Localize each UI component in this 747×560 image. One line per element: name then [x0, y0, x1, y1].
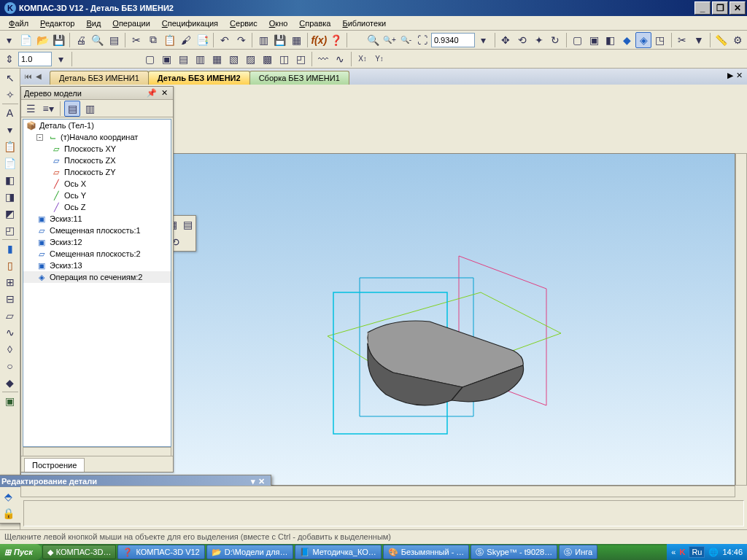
preview-icon[interactable]: 🔍: [90, 32, 106, 48]
tool3-icon[interactable]: ◩: [2, 206, 18, 222]
sketch2-icon[interactable]: ▣: [158, 51, 174, 67]
manager-icon[interactable]: ▥: [255, 32, 271, 48]
measure-icon[interactable]: 📏: [713, 32, 729, 48]
simplify-icon[interactable]: ▼: [691, 32, 707, 48]
clock[interactable]: 14:46: [722, 548, 743, 556]
tree-close-icon[interactable]: ✕: [159, 88, 170, 97]
vars-icon[interactable]: f(x): [311, 32, 327, 48]
tree-tb3-icon[interactable]: ▤: [64, 101, 80, 117]
brush-icon[interactable]: 🖌: [178, 32, 194, 48]
menu-libs[interactable]: Библиотеки: [337, 18, 392, 29]
tree-origin[interactable]: -⌙(т)Начало координат: [23, 131, 171, 143]
zoom-fit-icon[interactable]: ⛶: [414, 32, 430, 48]
sketch4-icon[interactable]: ▥: [192, 51, 208, 67]
select-icon[interactable]: ↖: [2, 70, 18, 86]
wireframe-icon[interactable]: ▢: [570, 32, 586, 48]
menu-spec[interactable]: Спецификация: [156, 18, 224, 29]
tree-loft[interactable]: ◈Операция по сечениям:2: [23, 271, 171, 283]
scale-input[interactable]: [431, 33, 475, 47]
doc-tab-2[interactable]: Деталь БЕЗ ИМЕНИ2: [148, 71, 250, 85]
new-doc-icon[interactable]: 📄: [18, 32, 34, 48]
sketch6-icon[interactable]: ▧: [225, 51, 241, 67]
doc-tab-1[interactable]: Деталь БЕЗ ИМЕНИ1: [50, 71, 149, 85]
task-inga[interactable]: ⓈИнга: [559, 545, 597, 559]
rotate-icon[interactable]: ⟲: [514, 32, 530, 48]
spline-icon[interactable]: ∿: [2, 324, 18, 341]
section-icon[interactable]: ✂: [675, 32, 691, 48]
sketch10-icon[interactable]: ◰: [293, 51, 309, 67]
coord-y-icon[interactable]: Y↕: [371, 51, 387, 67]
tree-sketch13[interactable]: ▣Эскиз:13: [23, 260, 171, 271]
tab-close-icon[interactable]: ✕: [736, 71, 743, 80]
sketch1-icon[interactable]: ▢: [142, 51, 158, 67]
snap-arrows-icon[interactable]: ⇕: [1, 51, 18, 67]
op-lock-icon[interactable]: 🔒: [0, 505, 16, 521]
task-word[interactable]: 📘Методичка_КО…: [295, 545, 382, 559]
sketch5-icon[interactable]: ▦: [209, 51, 225, 67]
tray-globe-icon[interactable]: 🌐: [708, 548, 719, 557]
tree-off2[interactable]: ▱Смещенная плоскость:2: [23, 248, 171, 260]
tree-tb4-icon[interactable]: ▥: [82, 101, 98, 117]
dropdown-icon[interactable]: ▾: [476, 32, 492, 48]
shaded-icon[interactable]: ◆: [619, 32, 635, 48]
axis2-icon[interactable]: ⊟: [2, 291, 18, 307]
restore-button[interactable]: ❐: [712, 1, 728, 15]
tree-axis-y[interactable]: ╱Ось Y: [23, 190, 171, 201]
tool4-icon[interactable]: ◰: [2, 222, 18, 238]
tree-tb1-icon[interactable]: ☰: [23, 101, 39, 117]
table-icon[interactable]: ▦: [289, 32, 305, 48]
refresh-icon[interactable]: ↻: [547, 32, 563, 48]
task-kompas2[interactable]: ❓КОМПАС-3D V12: [117, 545, 204, 559]
array-icon[interactable]: ⊞: [2, 274, 18, 290]
tree-pin-icon[interactable]: 📌: [144, 88, 159, 97]
menu-editor[interactable]: Редактор: [34, 18, 80, 29]
extrude-icon[interactable]: ▮: [2, 241, 18, 257]
surf-icon[interactable]: ◊: [2, 341, 18, 357]
tray-k-icon[interactable]: K: [679, 548, 685, 556]
tree-plane-xy[interactable]: ▱Плоскость XY: [23, 143, 171, 155]
pan-icon[interactable]: ✥: [498, 32, 514, 48]
curve1-icon[interactable]: 〰: [315, 51, 331, 67]
edit-tb-close-icon[interactable]: ✕: [255, 477, 268, 486]
lang-indicator[interactable]: Ru: [689, 546, 705, 558]
start-button[interactable]: ⊞ Пуск: [0, 544, 42, 560]
sketch8-icon[interactable]: ▩: [259, 51, 275, 67]
menu-file[interactable]: Файл: [3, 18, 34, 29]
body-icon[interactable]: ◆: [2, 375, 18, 391]
probe-icon[interactable]: ✧: [2, 87, 18, 103]
tree-tb2-icon[interactable]: ≡▾: [40, 101, 56, 117]
tabnav-prev-icon[interactable]: ◀: [34, 70, 44, 82]
props-icon[interactable]: 📑: [195, 32, 211, 48]
snap-input[interactable]: [18, 52, 52, 66]
tree-sketch11[interactable]: ▣Эскиз:11: [23, 213, 171, 225]
sketch9-icon[interactable]: ◫: [276, 51, 292, 67]
undo-icon[interactable]: ↶: [217, 32, 233, 48]
spec-icon[interactable]: 📋: [2, 139, 18, 155]
vw-more-icon[interactable]: ▤: [180, 217, 195, 233]
paste-icon[interactable]: 📋: [161, 32, 177, 48]
menu-service[interactable]: Сервис: [224, 18, 263, 29]
new-icon[interactable]: ▾: [1, 32, 18, 48]
cut-ext-icon[interactable]: ▯: [2, 257, 18, 273]
tree-axis-z[interactable]: ╱Ось Z: [23, 201, 171, 213]
snap-dd-icon[interactable]: ▾: [53, 51, 69, 67]
curve2-icon[interactable]: ∿: [332, 51, 348, 67]
op-extrude-icon[interactable]: ⬘: [0, 489, 16, 505]
hidden-dash-icon[interactable]: ▣: [587, 32, 603, 48]
tree-plane-zy[interactable]: ▱Плоскость ZY: [23, 166, 171, 178]
menu-ops[interactable]: Операции: [107, 18, 155, 29]
task-folder[interactable]: 📂D:\Модели для…: [206, 545, 293, 559]
tree-plane-zx[interactable]: ▱Плоскость ZX: [23, 155, 171, 166]
task-paint[interactable]: 🎨Безымянный - …: [383, 545, 470, 559]
task-kompas-active[interactable]: ◆КОМПАС-3D…: [42, 545, 117, 559]
tree-root[interactable]: 📦Деталь (Тел-1): [23, 120, 171, 131]
task-skype[interactable]: ⓈSkype™ - t9028…: [471, 545, 557, 559]
copy-icon[interactable]: ⧉: [145, 32, 161, 48]
menu-help[interactable]: Справка: [293, 18, 336, 29]
cut-icon[interactable]: ✂: [128, 32, 144, 48]
report-icon[interactable]: 📄: [2, 155, 18, 171]
tray-expand-icon[interactable]: «: [671, 548, 676, 556]
minimize-button[interactable]: _: [694, 1, 711, 15]
vertical-scrollbar[interactable]: [735, 153, 747, 486]
close-button[interactable]: ✕: [729, 1, 746, 15]
